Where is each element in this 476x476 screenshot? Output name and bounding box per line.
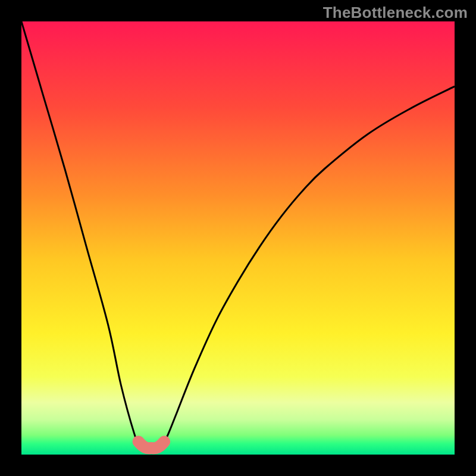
chart-frame: TheBottleneck.com	[0, 0, 476, 476]
optimal-region-highlight	[139, 441, 165, 448]
watermark-label: TheBottleneck.com	[323, 4, 468, 22]
chart-background	[21, 21, 455, 455]
bottleneck-chart	[21, 21, 455, 455]
